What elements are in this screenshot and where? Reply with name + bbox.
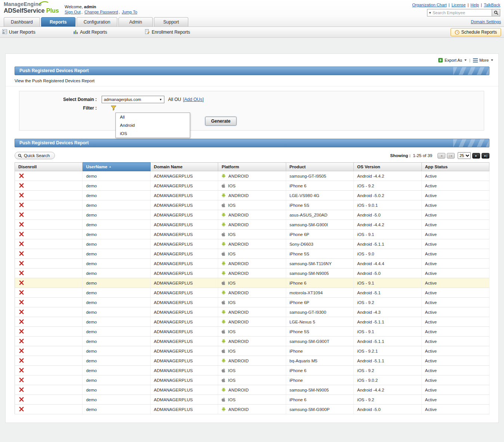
export-as-button[interactable]: Export As (438, 58, 467, 63)
prev-page-button[interactable]: ◄ (437, 153, 445, 159)
column-header-username[interactable]: UserName▲ (83, 163, 150, 171)
username-cell: demo (83, 278, 150, 288)
user-link-sign-out[interactable]: Sign Out (65, 10, 81, 14)
disenroll-icon[interactable] (19, 300, 24, 304)
subnav-item-label: User Reports (9, 30, 35, 35)
separator: | (447, 3, 451, 7)
subnav-item-enrollment-reports[interactable]: Enrollment Reports (145, 27, 190, 37)
schedule-reports-button[interactable]: Schedule Reports (451, 28, 501, 36)
column-header-os-version[interactable]: OS Version (354, 163, 421, 171)
domain-select[interactable]: admanagerplus.com ▼ (102, 96, 164, 103)
app-status-cell: Active (421, 366, 489, 375)
disenroll-icon[interactable] (19, 174, 24, 178)
disenroll-icon[interactable] (19, 242, 24, 246)
search-button[interactable] (492, 9, 500, 16)
disenroll-icon[interactable] (19, 319, 24, 324)
tab-support[interactable]: Support (154, 17, 188, 27)
tab-admin[interactable]: Admin (118, 17, 153, 27)
top-link-talkback[interactable]: TalkBack (484, 3, 500, 7)
app-status-cell: Active (421, 375, 489, 385)
platform-label: IOS (228, 203, 235, 208)
table-row: demoADMANAGERPLUSANDROIDsamsung-SM-G900T… (15, 337, 489, 346)
more-label: More (479, 58, 489, 62)
disenroll-icon[interactable] (19, 261, 24, 265)
domain-cell: ADMANAGERPLUS (150, 191, 218, 200)
subnav-item-user-reports[interactable]: User Reports (2, 27, 35, 37)
disenroll-icon[interactable] (19, 203, 24, 207)
os-version-cell: iOS - 9.2 (354, 181, 421, 191)
search-icon (494, 10, 498, 15)
os-version-cell: iOS - 9.1 (354, 278, 421, 288)
report-card: Export As | More Push Registered Devices… (5, 53, 499, 423)
column-header-app-status[interactable]: App Status (421, 163, 489, 171)
disenroll-cell (15, 171, 83, 181)
disenroll-icon[interactable] (19, 183, 24, 188)
domain-cell: ADMANAGERPLUS (150, 268, 218, 278)
username-cell: demo (83, 249, 150, 259)
disenroll-icon[interactable] (19, 222, 24, 227)
tab-configuration[interactable]: Configuration (77, 17, 117, 27)
disenroll-icon[interactable] (19, 368, 24, 372)
disenroll-cell (15, 220, 83, 230)
top-link-license[interactable]: License (451, 3, 466, 7)
page-size-select[interactable]: 25 (458, 152, 471, 159)
tab-bar: DashboardReportsConfigurationAdminSuppor… (0, 17, 504, 27)
generate-button[interactable]: Generate (205, 117, 236, 126)
disenroll-icon[interactable] (19, 232, 24, 236)
disenroll-icon[interactable] (19, 378, 24, 382)
add-ous-link[interactable]: [Add OUs] (183, 97, 204, 102)
tab-dashboard[interactable]: Dashboard (4, 17, 40, 27)
apple-icon (222, 329, 225, 334)
subnav-item-audit-reports[interactable]: Audit Reports (73, 27, 107, 37)
top-link-help[interactable]: Help (470, 3, 479, 7)
subnav-item-label: Audit Reports (80, 30, 107, 35)
disenroll-icon[interactable] (19, 271, 24, 275)
column-header-disenroll[interactable]: Disenroll (15, 163, 83, 171)
filter-option-android[interactable]: Android (116, 121, 190, 129)
top-link-organization-chart[interactable]: Organization Chart (412, 3, 446, 7)
tab-reports[interactable]: Reports (41, 17, 75, 27)
disenroll-icon[interactable] (19, 212, 24, 217)
os-version-cell: Android -4.4.4 (354, 259, 421, 268)
platform-label: IOS (228, 349, 235, 353)
disenroll-cell (15, 200, 83, 210)
disenroll-icon[interactable] (19, 290, 24, 295)
os-version-cell: Android -4.4.2 (354, 171, 421, 181)
disenroll-icon[interactable] (19, 329, 24, 334)
column-header-product[interactable]: Product (286, 163, 353, 171)
filter-option-ios[interactable]: iOS (116, 129, 190, 138)
user-link-jump-to[interactable]: Jump To (122, 10, 137, 14)
disenroll-icon[interactable] (19, 193, 24, 197)
first-page-button[interactable]: |◄ (447, 153, 455, 159)
disenroll-icon[interactable] (19, 397, 24, 402)
disenroll-icon[interactable] (19, 310, 24, 314)
disenroll-icon[interactable] (19, 280, 24, 285)
disenroll-icon[interactable] (19, 387, 24, 392)
domain-cell: ADMANAGERPLUS (150, 298, 218, 307)
user-links: Sign Out, Change Password, Jump To (65, 10, 137, 14)
disenroll-cell (15, 317, 83, 327)
disenroll-icon[interactable] (19, 358, 24, 363)
search-scope-chevron-icon[interactable]: ▼ (427, 11, 433, 15)
last-page-button[interactable]: ►| (482, 153, 489, 159)
search-input[interactable] (433, 10, 492, 15)
app-status-cell: Active (421, 230, 489, 239)
user-link-change-password[interactable]: Change Password (84, 10, 118, 14)
filter-option-all[interactable]: All (116, 113, 190, 121)
column-header-domain-name[interactable]: Domain Name (150, 163, 218, 171)
os-version-cell: Android -5.1.1 (354, 317, 421, 327)
results-header: Push Registered Devices Report (15, 139, 489, 147)
filter-icon[interactable] (111, 105, 117, 111)
disenroll-icon[interactable] (19, 251, 24, 256)
disenroll-icon[interactable] (19, 339, 24, 343)
domain-settings-link[interactable]: Domain Settings (471, 19, 501, 24)
showing-range: 1-25 of 39 (413, 153, 432, 158)
disenroll-icon[interactable] (19, 349, 24, 353)
disenroll-icon[interactable] (19, 407, 24, 411)
quick-search-button[interactable]: Quick Search (15, 152, 55, 159)
more-button[interactable]: More (473, 58, 493, 62)
apple-icon (222, 203, 225, 208)
column-label: OS Version (357, 165, 380, 169)
next-page-button[interactable]: ► (472, 153, 480, 159)
column-header-platform[interactable]: Platform (218, 163, 286, 171)
